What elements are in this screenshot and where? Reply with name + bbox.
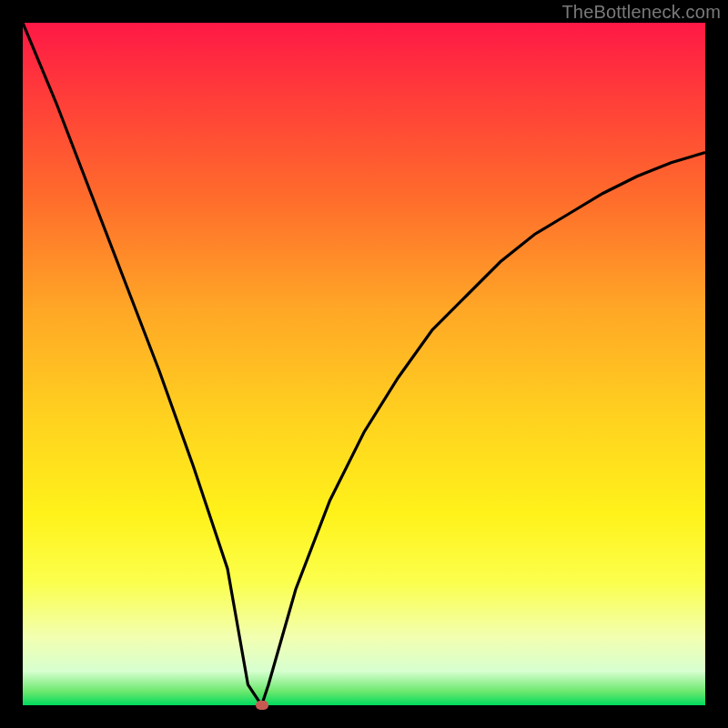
chart-svg	[23, 23, 705, 705]
chart-marker	[256, 701, 268, 710]
chart-frame: TheBottleneck.com	[0, 0, 728, 728]
bottleneck-curve-path	[23, 23, 705, 705]
watermark-text: TheBottleneck.com	[561, 2, 721, 23]
chart-plot-area	[23, 23, 705, 705]
